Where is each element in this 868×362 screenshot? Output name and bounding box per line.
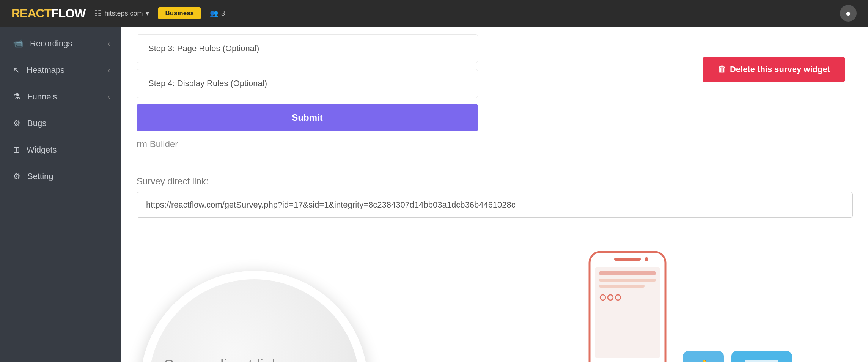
account-person-icon: ● [846, 8, 851, 19]
users-icon: 👥 [210, 9, 218, 17]
heatmaps-icon: ↖ [13, 65, 20, 75]
delete-button-label: Delete this survey widget [730, 65, 830, 74]
logo-flow: FLOW [51, 6, 85, 20]
main-content: 🗑 Delete this survey widget Step 3: Page… [121, 27, 868, 362]
account-button[interactable]: ● [840, 5, 857, 22]
setting-icon: ⚙ [13, 172, 20, 181]
sidebar-item-widgets[interactable]: ⊞ Widgets [0, 137, 121, 163]
sidebar-item-bugs[interactable]: ⚙ Bugs [0, 110, 121, 137]
delete-survey-button[interactable]: 🗑 Delete this survey widget [703, 57, 845, 82]
svg-rect-6 [599, 279, 656, 282]
phone-illustration [555, 248, 700, 362]
survey-link-label: Survey direct link: [137, 176, 853, 187]
chevron-icon: ‹ [108, 93, 110, 101]
svg-rect-2 [614, 258, 641, 261]
sidebar-item-label: Widgets [27, 145, 57, 155]
funnels-icon: ⚗ [13, 92, 20, 102]
chevron-icon: ‹ [108, 40, 110, 48]
content-area: 🗑 Delete this survey widget Step 3: Page… [121, 27, 868, 362]
app-logo[interactable]: REACTFLOW [11, 6, 85, 20]
form-builder-label: rm Builder [137, 135, 853, 157]
sidebar-item-setting[interactable]: ⚙ Setting [0, 163, 121, 190]
recordings-icon: 📹 [13, 39, 23, 49]
top-navigation: REACTFLOW ☷ hitsteps.com ▾ Business 👥 3 … [0, 0, 868, 27]
sidebar-item-label: Setting [27, 172, 53, 181]
text-lines-bubble [731, 351, 792, 362]
sidebar-item-label: Bugs [27, 118, 46, 128]
main-layout: 📹 Recordings ‹ ↖ Heatmaps ‹ ⚗ Funnels ‹ … [0, 27, 868, 362]
users-count: 3 [221, 9, 225, 17]
sidebar-item-label: Heatmaps [27, 65, 64, 75]
step-3-label: Step 3: Page Rules (Optional) [148, 44, 259, 53]
chat-bubbles: 👍 [683, 351, 792, 362]
step-3-row[interactable]: Step 3: Page Rules (Optional) [137, 34, 478, 63]
sidebar-item-recordings[interactable]: 📹 Recordings ‹ [0, 30, 121, 57]
chevron-icon: ‹ [108, 66, 110, 74]
magnified-link-label: Survey direct link: [164, 357, 284, 362]
submit-button[interactable]: Submit [137, 104, 478, 131]
steps-container: Step 3: Page Rules (Optional) Step 4: Di… [121, 27, 868, 168]
logo-react: REACT [11, 6, 51, 20]
svg-point-3 [645, 257, 648, 261]
plan-badge[interactable]: Business [158, 7, 201, 19]
sidebar: 📹 Recordings ‹ ↖ Heatmaps ‹ ⚗ Funnels ‹ … [0, 27, 121, 362]
site-name: hitsteps.com [104, 9, 143, 17]
sidebar-item-heatmaps[interactable]: ↖ Heatmaps ‹ [0, 57, 121, 83]
svg-rect-7 [599, 285, 645, 288]
sidebar-item-label: Recordings [30, 39, 72, 49]
widgets-icon: ⊞ [13, 145, 20, 155]
mobile-preview: Survey direct link: https://reactflow.co… [121, 225, 868, 362]
step-4-row[interactable]: Step 4: Display Rules (Optional) [137, 69, 478, 98]
sidebar-item-label: Funnels [27, 92, 57, 102]
users-badge: 👥 3 [210, 9, 225, 17]
site-icon: ☷ [94, 9, 101, 18]
site-dropdown-arrow: ▾ [146, 9, 149, 17]
survey-link-input[interactable] [137, 192, 853, 218]
survey-link-section: Survey direct link: [121, 168, 868, 225]
thumbs-up-bubble: 👍 [683, 351, 724, 362]
sidebar-item-funnels[interactable]: ⚗ Funnels ‹ [0, 83, 121, 110]
site-selector[interactable]: ☷ hitsteps.com ▾ [94, 9, 149, 18]
trash-icon: 🗑 [718, 65, 726, 74]
step-4-label: Step 4: Display Rules (Optional) [148, 79, 267, 88]
magnifier-circle: Survey direct link: https://reactflow.co… [140, 271, 368, 362]
svg-rect-5 [599, 271, 656, 275]
bugs-icon: ⚙ [13, 118, 20, 128]
